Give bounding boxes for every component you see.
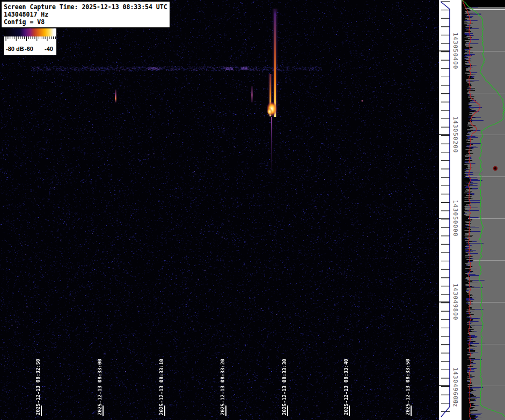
color-scale-legend: -80 dB-60-40: [4, 28, 56, 55]
frequency-axis: Hz 1430504001430502001430500001430498001…: [439, 0, 462, 420]
frequency-text: 143048017 Hz: [4, 11, 167, 18]
time-tick: [225, 406, 226, 416]
time-tick: [287, 406, 288, 416]
legend-label: -40: [45, 46, 53, 52]
config-text: Config = V8: [4, 18, 167, 26]
spectrum-capture-window: Screen Capture Time: 2025-12-13 08:33:54…: [0, 0, 505, 420]
legend-label: -80 dB: [6, 46, 24, 52]
time-tick: [349, 406, 350, 416]
time-tick: [41, 406, 42, 416]
capture-time-text: Screen Capture Time: 2025-12-13 08:33:54…: [4, 3, 167, 11]
spectrum-panel-canvas: [462, 0, 505, 420]
legend-label: -60: [25, 46, 33, 52]
info-box: Screen Capture Time: 2025-12-13 08:33:54…: [1, 1, 170, 28]
time-tick: [164, 406, 165, 416]
color-gradient-bar: [4, 28, 56, 36]
time-tick: [411, 406, 412, 416]
spectrogram-canvas: [0, 0, 439, 420]
time-tick: [103, 406, 104, 416]
legend-ticks: [4, 36, 56, 43]
